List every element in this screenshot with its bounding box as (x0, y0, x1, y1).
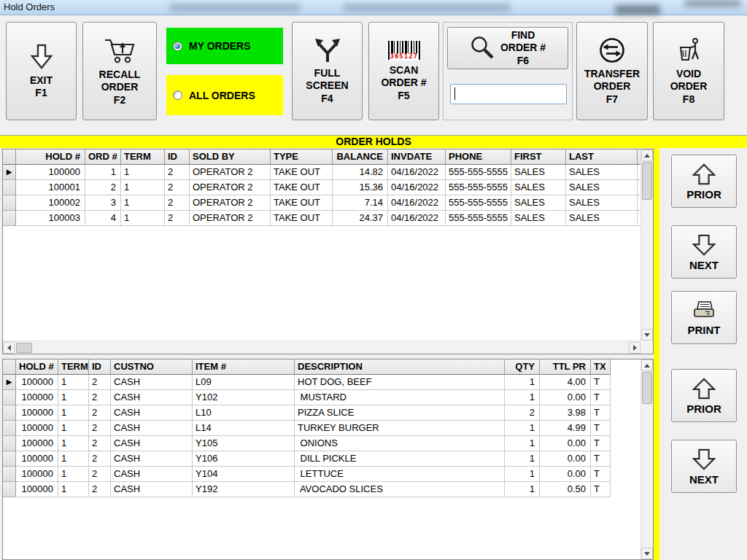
orders-grid-body: HOLD #ORD #TERMIDSOLD BYTYPEBALANCEINVDA… (3, 149, 640, 341)
table-row[interactable]: 100002312OPERATOR 2TAKE OUT7.1404/16/202… (3, 195, 640, 211)
cell: 2 (505, 405, 540, 421)
void-order-button-label: VOID ORDER F8 (670, 68, 708, 105)
cell: 4.00 (540, 375, 591, 390)
cell: 100000 (16, 421, 58, 436)
cell: T (591, 375, 611, 390)
cell: TAKE OUT (271, 165, 333, 180)
my-orders-option[interactable]: MY ORDERS (166, 28, 283, 64)
table-row[interactable]: 100001212OPERATOR 2TAKE OUT15.3604/16/20… (3, 180, 640, 195)
find-order-button-label: FIND ORDER # F6 (500, 29, 546, 66)
scroll-up-icon[interactable] (644, 364, 650, 368)
window-titlebar[interactable]: Hold Orders (0, 0, 747, 15)
redacted-text (684, 0, 741, 7)
orders-prior-button[interactable]: PRIOR (671, 155, 737, 208)
cell: 2 (165, 180, 190, 195)
row-selector (3, 405, 16, 421)
table-row[interactable]: 10000012CASHL10PIZZA SLICE23.98T (3, 405, 611, 421)
cell: 1 (121, 211, 165, 226)
row-selector (3, 467, 16, 482)
cell: 0.00 (540, 436, 591, 451)
full-screen-button[interactable]: FULL SCREEN F4 (292, 22, 363, 120)
selector-header (3, 359, 16, 375)
cell: L10 (193, 405, 295, 421)
row-selector (3, 436, 16, 451)
table-row[interactable]: 10000012CASHY104 LETTUCE10.00T (3, 467, 611, 482)
cell: ONIONS (295, 436, 505, 451)
column-header: CUSTNO (111, 359, 193, 375)
table-row[interactable]: 10000012CASHY106 DILL PICKLE10.00T (3, 451, 611, 467)
cell: 1 (85, 165, 121, 180)
table-row[interactable]: 10000012CASHY102 MUSTARD10.00T (3, 390, 611, 405)
scroll-left-icon[interactable] (7, 345, 11, 351)
items-prior-button[interactable]: PRIOR (671, 369, 737, 422)
column-header: TERM (121, 149, 165, 165)
prior-button-label: PRIOR (686, 188, 721, 201)
scrollbar-thumb[interactable] (642, 162, 652, 200)
column-header: TYPE (271, 149, 333, 165)
cell: 04/16/2022 (388, 211, 446, 226)
arrow-up-icon (692, 163, 716, 186)
exit-button[interactable]: EXIT F1 (6, 22, 77, 120)
my-orders-radio[interactable] (173, 42, 182, 51)
cell: 0.00 (540, 451, 591, 467)
table-row[interactable]: ▶10000012CASHL09HOT DOG, BEEF14.00T (3, 375, 611, 390)
items-next-button[interactable]: NEXT (671, 440, 737, 493)
transfer-arrows-icon (598, 36, 626, 64)
scan-order-button[interactable]: 365127 SCAN ORDER # F5 (368, 22, 439, 120)
scroll-right-icon[interactable] (633, 345, 637, 351)
cell: OPERATOR 2 (190, 211, 271, 226)
cell: CASH (111, 467, 193, 482)
table-row[interactable]: 10000012CASHL14TURKEY BURGER14.99T (3, 421, 611, 436)
all-orders-option[interactable]: ALL ORDERS (166, 75, 283, 115)
cell: 1 (58, 451, 89, 467)
column-header: LAST (566, 149, 638, 165)
row-selector (3, 482, 16, 497)
order-holds-header: ORDER HOLDS (0, 135, 747, 148)
current-row-marker: ▶ (3, 375, 16, 390)
find-order-input[interactable] (450, 84, 567, 104)
cell: CASH (111, 436, 193, 451)
table-row[interactable]: 100003412OPERATOR 2TAKE OUT24.3704/16/20… (3, 211, 640, 226)
arrow-down-icon (692, 448, 716, 471)
cell: SALES (511, 195, 566, 211)
orders-print-button[interactable]: PRINT (671, 291, 737, 344)
scroll-down-icon[interactable] (644, 333, 650, 337)
cell: 7.14 (333, 195, 388, 211)
cell: SALES (511, 211, 566, 226)
cell: CASH (111, 405, 193, 421)
cell: 100001 (16, 180, 85, 195)
column-header: PHONE (446, 149, 511, 165)
all-orders-radio[interactable] (173, 90, 182, 100)
recall-order-button[interactable]: RECALL ORDER F2 (82, 22, 157, 120)
cell: 1 (58, 375, 89, 390)
transfer-order-button[interactable]: TRANSFER ORDER F7 (576, 22, 648, 120)
transfer-order-button-label: TRANSFER ORDER F7 (584, 68, 640, 105)
cell: CASH (111, 482, 193, 497)
cell: 2 (89, 467, 111, 482)
scrollbar-thumb[interactable] (642, 372, 652, 404)
cell: CASH (111, 421, 193, 436)
table-row[interactable]: 10000012CASHY192 AVOCADO SLICES10.50T (3, 482, 611, 497)
cell: SALES (566, 180, 638, 195)
items-grid-body: HOLD #TERMIDCUSTNOITEM #DESCRIPTIONQTYTT… (3, 359, 640, 559)
cell: Y192 (193, 482, 295, 497)
orders-vertical-scrollbar[interactable] (640, 149, 653, 341)
cell: CASH (111, 375, 193, 390)
scroll-up-icon[interactable] (644, 154, 650, 158)
orders-horizontal-scrollbar[interactable] (3, 341, 640, 354)
table-row[interactable]: ▶100000112OPERATOR 2TAKE OUT14.8204/16/2… (3, 165, 640, 180)
orders-next-button[interactable]: NEXT (671, 225, 737, 279)
find-order-button[interactable]: FIND ORDER # F6 (447, 27, 568, 69)
scrollbar-thumb[interactable] (16, 343, 32, 353)
my-orders-label: MY ORDERS (189, 40, 251, 52)
cell: 2 (89, 421, 111, 436)
void-order-button[interactable]: VOID ORDER F8 (653, 22, 724, 120)
row-selector (3, 390, 16, 405)
table-row[interactable]: 10000012CASHY105 ONIONS10.00T (3, 436, 611, 451)
cell: 2 (89, 390, 111, 405)
column-header: TX (591, 359, 611, 375)
items-vertical-scrollbar[interactable] (640, 359, 653, 559)
cell: LETTUCE (295, 467, 505, 482)
scrollbar-corner (640, 341, 653, 354)
scroll-down-icon[interactable] (644, 552, 650, 556)
